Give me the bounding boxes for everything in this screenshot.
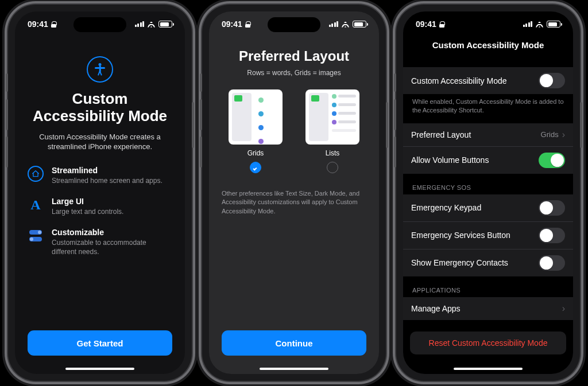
- row-show-emergency-contacts[interactable]: Show Emergency Contacts: [403, 249, 573, 276]
- chevron-right-icon: ›: [562, 130, 565, 139]
- row-preferred-layout[interactable]: Preferred Layout Grids ›: [403, 123, 573, 146]
- row-allow-volume-buttons[interactable]: Allow Volume Buttons: [403, 146, 573, 174]
- home-indicator[interactable]: [65, 368, 134, 371]
- option-label: Grids: [247, 149, 264, 157]
- status-time: 09:41: [28, 20, 48, 29]
- status-time: 09:41: [222, 20, 242, 29]
- preferred-layout-title: Preferred Layout: [222, 48, 366, 64]
- sliders-icon: [28, 228, 44, 244]
- status-bar: 09:41: [209, 11, 379, 37]
- lock-icon: [439, 21, 444, 28]
- settings-group-main: Custom Accessibility Mode: [403, 67, 573, 94]
- row-label: Custom Accessibility Mode: [411, 76, 539, 85]
- battery-icon: [547, 21, 560, 28]
- group-footer-note: While enabled, Custom Accessibility Mode…: [403, 94, 573, 123]
- lists-thumbnail: [305, 89, 359, 145]
- wifi-icon: [535, 21, 544, 28]
- toggle-switch[interactable]: [539, 255, 565, 271]
- lock-icon: [245, 21, 250, 28]
- signal-icon: [329, 21, 339, 27]
- row-manage-apps[interactable]: Manage Apps ›: [403, 297, 573, 320]
- row-label: Show Emergency Contacts: [411, 258, 539, 267]
- get-started-button[interactable]: Get Started: [28, 330, 172, 356]
- feature-customizable: Customizable Customizable to accommodate…: [28, 228, 172, 256]
- settings-group-applications: Manage Apps ›: [403, 297, 573, 320]
- lock-icon: [51, 21, 56, 28]
- grids-thumbnail: [229, 89, 283, 145]
- phone-frame-1: 09:41 Custom Accessibility Mode Custom A…: [8, 5, 192, 381]
- status-bar: 09:41: [15, 11, 185, 37]
- toggle-switch[interactable]: [539, 200, 565, 216]
- accessibility-icon: [87, 56, 113, 83]
- feature-desc: Streamlined home screen and apps.: [52, 176, 163, 185]
- feature-desc: Large text and controls.: [52, 207, 123, 216]
- settings-group-reset: Reset Custom Accessibility Mode: [410, 332, 566, 354]
- feature-title: Customizable: [52, 228, 172, 237]
- battery-icon: [353, 21, 366, 28]
- row-label: Manage Apps: [411, 304, 562, 313]
- home-icon: [28, 166, 44, 182]
- home-indicator[interactable]: [454, 368, 523, 371]
- row-label: Emergency Services Button: [411, 231, 539, 240]
- onboarding-title: Custom Accessibility Mode: [28, 91, 172, 125]
- row-emergency-keypad[interactable]: Emergency Keypad: [403, 194, 573, 221]
- row-emergency-services-button[interactable]: Emergency Services Button: [403, 221, 573, 249]
- toggle-switch[interactable]: [539, 228, 565, 243]
- phone-frame-2: 09:41 Preferred Layout Rows = words, Gri…: [202, 5, 386, 381]
- preferences-note: Other preferences like Text Size, Dark M…: [222, 189, 366, 216]
- section-header-applications: APPLICATIONS: [403, 276, 573, 297]
- settings-group-emergency: Emergency Keypad Emergency Services Butt…: [403, 194, 573, 276]
- preferred-layout-subtitle: Rows = words, Grids = images: [222, 69, 366, 77]
- reset-button[interactable]: Reset Custom Accessibility Mode: [410, 332, 566, 354]
- feature-title: Large UI: [52, 197, 123, 206]
- row-custom-accessibility-mode[interactable]: Custom Accessibility Mode: [403, 67, 573, 94]
- row-value: Grids: [541, 130, 559, 139]
- wifi-icon: [341, 21, 350, 28]
- toggle-switch[interactable]: [539, 73, 565, 88]
- signal-icon: [523, 21, 533, 27]
- layout-option-lists[interactable]: Lists: [305, 89, 359, 173]
- status-time: 09:41: [416, 20, 436, 29]
- continue-label: Continue: [276, 338, 313, 348]
- home-indicator[interactable]: [260, 368, 328, 371]
- phone-frame-3: 09:41 Custom Accessibility Mode Custom A…: [396, 5, 580, 381]
- status-bar: 09:41: [403, 11, 573, 37]
- radio-unselected-icon[interactable]: [327, 162, 338, 173]
- large-a-icon: A: [28, 197, 44, 213]
- row-label: Preferred Layout: [411, 130, 541, 139]
- chevron-right-icon: ›: [562, 304, 565, 313]
- row-label: Allow Volume Buttons: [411, 155, 539, 165]
- radio-selected-icon[interactable]: [250, 162, 261, 173]
- row-label: Emergency Keypad: [411, 203, 539, 212]
- feature-desc: Customizable to accommodate different ne…: [52, 238, 172, 256]
- toggle-switch[interactable]: [539, 153, 565, 168]
- battery-icon: [158, 21, 172, 28]
- reset-label: Reset Custom Accessibility Mode: [429, 338, 548, 348]
- feature-title: Streamlined: [52, 166, 163, 175]
- option-label: Lists: [326, 149, 340, 157]
- continue-button[interactable]: Continue: [222, 330, 366, 356]
- settings-group-prefs: Preferred Layout Grids › Allow Volume Bu…: [403, 123, 573, 174]
- get-started-label: Get Started: [77, 338, 123, 348]
- onboarding-subtitle: Custom Accessibility Mode creates a stre…: [32, 132, 168, 152]
- wifi-icon: [147, 21, 156, 28]
- section-header-emergency: EMERGENCY SOS: [403, 174, 573, 194]
- layout-option-grids[interactable]: Grids: [229, 89, 283, 173]
- nav-title: Custom Accessibility Mode: [403, 37, 573, 56]
- feature-streamlined: Streamlined Streamlined home screen and …: [28, 166, 172, 185]
- feature-large-ui: A Large UI Large text and controls.: [28, 197, 172, 216]
- signal-icon: [135, 21, 145, 27]
